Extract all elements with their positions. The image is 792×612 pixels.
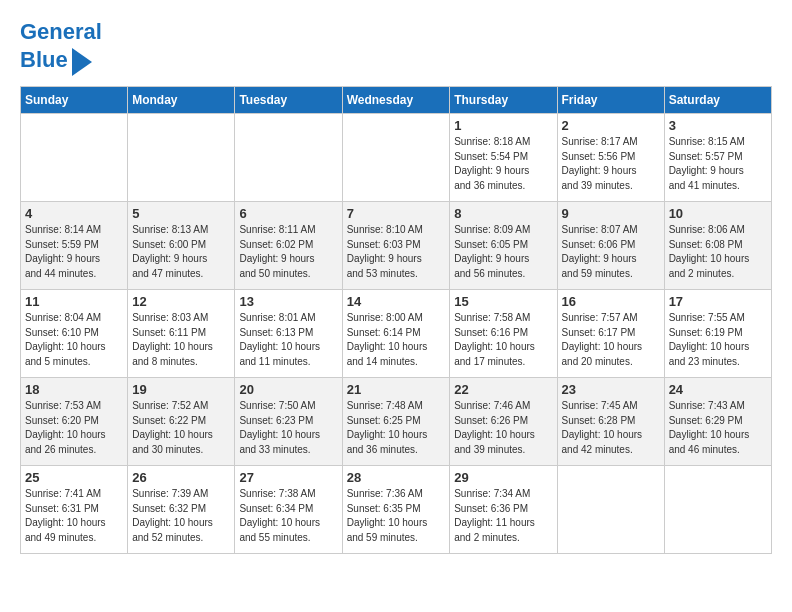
calendar-day-cell: 10Sunrise: 8:06 AM Sunset: 6:08 PM Dayli…: [664, 202, 771, 290]
calendar-day-cell: 20Sunrise: 7:50 AM Sunset: 6:23 PM Dayli…: [235, 378, 342, 466]
calendar-day-cell: 4Sunrise: 8:14 AM Sunset: 5:59 PM Daylig…: [21, 202, 128, 290]
day-number: 22: [454, 382, 552, 397]
weekday-header-cell: Sunday: [21, 87, 128, 114]
day-number: 29: [454, 470, 552, 485]
day-info: Sunrise: 7:36 AM Sunset: 6:35 PM Dayligh…: [347, 487, 446, 545]
calendar-day-cell: 22Sunrise: 7:46 AM Sunset: 6:26 PM Dayli…: [450, 378, 557, 466]
calendar-day-cell: 17Sunrise: 7:55 AM Sunset: 6:19 PM Dayli…: [664, 290, 771, 378]
day-number: 13: [239, 294, 337, 309]
calendar-day-cell: [235, 114, 342, 202]
calendar-week-row: 11Sunrise: 8:04 AM Sunset: 6:10 PM Dayli…: [21, 290, 772, 378]
day-number: 23: [562, 382, 660, 397]
day-info: Sunrise: 8:11 AM Sunset: 6:02 PM Dayligh…: [239, 223, 337, 281]
day-info: Sunrise: 7:39 AM Sunset: 6:32 PM Dayligh…: [132, 487, 230, 545]
day-number: 10: [669, 206, 767, 221]
day-number: 27: [239, 470, 337, 485]
day-number: 14: [347, 294, 446, 309]
day-info: Sunrise: 8:09 AM Sunset: 6:05 PM Dayligh…: [454, 223, 552, 281]
day-info: Sunrise: 8:13 AM Sunset: 6:00 PM Dayligh…: [132, 223, 230, 281]
calendar-day-cell: 18Sunrise: 7:53 AM Sunset: 6:20 PM Dayli…: [21, 378, 128, 466]
calendar-day-cell: [21, 114, 128, 202]
day-info: Sunrise: 7:53 AM Sunset: 6:20 PM Dayligh…: [25, 399, 123, 457]
calendar-day-cell: [342, 114, 450, 202]
day-info: Sunrise: 7:55 AM Sunset: 6:19 PM Dayligh…: [669, 311, 767, 369]
calendar-day-cell: 1Sunrise: 8:18 AM Sunset: 5:54 PM Daylig…: [450, 114, 557, 202]
day-info: Sunrise: 8:17 AM Sunset: 5:56 PM Dayligh…: [562, 135, 660, 193]
day-number: 2: [562, 118, 660, 133]
calendar-day-cell: 29Sunrise: 7:34 AM Sunset: 6:36 PM Dayli…: [450, 466, 557, 554]
day-number: 8: [454, 206, 552, 221]
day-number: 7: [347, 206, 446, 221]
day-info: Sunrise: 7:50 AM Sunset: 6:23 PM Dayligh…: [239, 399, 337, 457]
day-number: 17: [669, 294, 767, 309]
weekday-header-cell: Monday: [128, 87, 235, 114]
day-info: Sunrise: 7:34 AM Sunset: 6:36 PM Dayligh…: [454, 487, 552, 545]
calendar-day-cell: 3Sunrise: 8:15 AM Sunset: 5:57 PM Daylig…: [664, 114, 771, 202]
logo: General Blue: [20, 20, 102, 76]
day-number: 25: [25, 470, 123, 485]
weekday-header-cell: Thursday: [450, 87, 557, 114]
calendar-day-cell: [557, 466, 664, 554]
calendar-day-cell: 6Sunrise: 8:11 AM Sunset: 6:02 PM Daylig…: [235, 202, 342, 290]
day-info: Sunrise: 7:48 AM Sunset: 6:25 PM Dayligh…: [347, 399, 446, 457]
day-info: Sunrise: 7:41 AM Sunset: 6:31 PM Dayligh…: [25, 487, 123, 545]
logo-arrow-icon: [72, 48, 92, 76]
calendar-week-row: 25Sunrise: 7:41 AM Sunset: 6:31 PM Dayli…: [21, 466, 772, 554]
day-number: 12: [132, 294, 230, 309]
calendar-day-cell: 13Sunrise: 8:01 AM Sunset: 6:13 PM Dayli…: [235, 290, 342, 378]
day-info: Sunrise: 8:06 AM Sunset: 6:08 PM Dayligh…: [669, 223, 767, 281]
calendar-day-cell: 25Sunrise: 7:41 AM Sunset: 6:31 PM Dayli…: [21, 466, 128, 554]
calendar-day-cell: 12Sunrise: 8:03 AM Sunset: 6:11 PM Dayli…: [128, 290, 235, 378]
day-info: Sunrise: 7:58 AM Sunset: 6:16 PM Dayligh…: [454, 311, 552, 369]
weekday-header-cell: Friday: [557, 87, 664, 114]
calendar-week-row: 18Sunrise: 7:53 AM Sunset: 6:20 PM Dayli…: [21, 378, 772, 466]
day-number: 19: [132, 382, 230, 397]
day-number: 18: [25, 382, 123, 397]
calendar-day-cell: 26Sunrise: 7:39 AM Sunset: 6:32 PM Dayli…: [128, 466, 235, 554]
calendar-week-row: 1Sunrise: 8:18 AM Sunset: 5:54 PM Daylig…: [21, 114, 772, 202]
calendar-day-cell: 15Sunrise: 7:58 AM Sunset: 6:16 PM Dayli…: [450, 290, 557, 378]
calendar-day-cell: [664, 466, 771, 554]
day-info: Sunrise: 7:45 AM Sunset: 6:28 PM Dayligh…: [562, 399, 660, 457]
day-number: 6: [239, 206, 337, 221]
calendar-day-cell: 16Sunrise: 7:57 AM Sunset: 6:17 PM Dayli…: [557, 290, 664, 378]
calendar-day-cell: 9Sunrise: 8:07 AM Sunset: 6:06 PM Daylig…: [557, 202, 664, 290]
day-info: Sunrise: 8:10 AM Sunset: 6:03 PM Dayligh…: [347, 223, 446, 281]
calendar-day-cell: 27Sunrise: 7:38 AM Sunset: 6:34 PM Dayli…: [235, 466, 342, 554]
day-number: 9: [562, 206, 660, 221]
day-number: 21: [347, 382, 446, 397]
day-number: 28: [347, 470, 446, 485]
calendar-day-cell: 24Sunrise: 7:43 AM Sunset: 6:29 PM Dayli…: [664, 378, 771, 466]
calendar-day-cell: 2Sunrise: 8:17 AM Sunset: 5:56 PM Daylig…: [557, 114, 664, 202]
day-number: 4: [25, 206, 123, 221]
day-number: 24: [669, 382, 767, 397]
calendar-week-row: 4Sunrise: 8:14 AM Sunset: 5:59 PM Daylig…: [21, 202, 772, 290]
day-number: 5: [132, 206, 230, 221]
weekday-header-cell: Wednesday: [342, 87, 450, 114]
day-number: 26: [132, 470, 230, 485]
day-info: Sunrise: 8:18 AM Sunset: 5:54 PM Dayligh…: [454, 135, 552, 193]
day-info: Sunrise: 8:04 AM Sunset: 6:10 PM Dayligh…: [25, 311, 123, 369]
weekday-header-cell: Saturday: [664, 87, 771, 114]
calendar-day-cell: 23Sunrise: 7:45 AM Sunset: 6:28 PM Dayli…: [557, 378, 664, 466]
day-number: 15: [454, 294, 552, 309]
weekday-header-cell: Tuesday: [235, 87, 342, 114]
day-info: Sunrise: 8:01 AM Sunset: 6:13 PM Dayligh…: [239, 311, 337, 369]
day-info: Sunrise: 8:00 AM Sunset: 6:14 PM Dayligh…: [347, 311, 446, 369]
calendar-table: SundayMondayTuesdayWednesdayThursdayFrid…: [20, 86, 772, 554]
page-header: General Blue: [20, 20, 772, 76]
calendar-body: 1Sunrise: 8:18 AM Sunset: 5:54 PM Daylig…: [21, 114, 772, 554]
day-info: Sunrise: 8:07 AM Sunset: 6:06 PM Dayligh…: [562, 223, 660, 281]
calendar-day-cell: 28Sunrise: 7:36 AM Sunset: 6:35 PM Dayli…: [342, 466, 450, 554]
calendar-day-cell: 5Sunrise: 8:13 AM Sunset: 6:00 PM Daylig…: [128, 202, 235, 290]
day-number: 1: [454, 118, 552, 133]
day-number: 16: [562, 294, 660, 309]
day-info: Sunrise: 8:14 AM Sunset: 5:59 PM Dayligh…: [25, 223, 123, 281]
day-number: 11: [25, 294, 123, 309]
logo-text: General Blue: [20, 20, 102, 76]
calendar-day-cell: [128, 114, 235, 202]
day-info: Sunrise: 7:52 AM Sunset: 6:22 PM Dayligh…: [132, 399, 230, 457]
day-info: Sunrise: 7:43 AM Sunset: 6:29 PM Dayligh…: [669, 399, 767, 457]
weekday-header-row: SundayMondayTuesdayWednesdayThursdayFrid…: [21, 87, 772, 114]
day-info: Sunrise: 8:03 AM Sunset: 6:11 PM Dayligh…: [132, 311, 230, 369]
